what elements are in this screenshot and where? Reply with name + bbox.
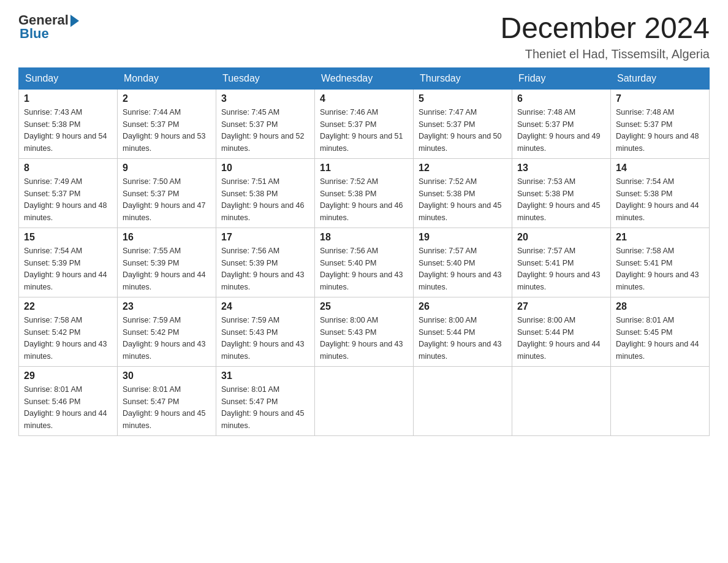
calendar-cell: 5 Sunrise: 7:47 AMSunset: 5:37 PMDayligh…	[414, 89, 512, 158]
day-info: Sunrise: 7:58 AMSunset: 5:42 PMDaylight:…	[24, 316, 107, 361]
day-number: 3	[221, 93, 309, 104]
day-number: 31	[221, 370, 309, 381]
calendar-cell: 29 Sunrise: 8:01 AMSunset: 5:46 PMDaylig…	[19, 366, 118, 435]
calendar-cell: 2 Sunrise: 7:44 AMSunset: 5:37 PMDayligh…	[118, 89, 216, 158]
calendar-table: SundayMondayTuesdayWednesdayThursdayFrid…	[18, 67, 710, 436]
day-number: 16	[123, 232, 211, 243]
day-info: Sunrise: 7:45 AMSunset: 5:37 PMDaylight:…	[221, 108, 305, 153]
day-number: 13	[517, 163, 605, 174]
day-info: Sunrise: 7:58 AMSunset: 5:41 PMDaylight:…	[616, 247, 699, 291]
calendar-cell: 26 Sunrise: 8:00 AMSunset: 5:44 PMDaylig…	[414, 297, 512, 366]
calendar-cell: 27 Sunrise: 8:00 AMSunset: 5:44 PMDaylig…	[512, 297, 611, 366]
day-info: Sunrise: 8:00 AMSunset: 5:44 PMDaylight:…	[517, 316, 601, 361]
calendar-week-row: 1 Sunrise: 7:43 AMSunset: 5:38 PMDayligh…	[19, 89, 710, 158]
day-info: Sunrise: 7:49 AMSunset: 5:37 PMDaylight:…	[24, 177, 107, 222]
calendar-cell: 31 Sunrise: 8:01 AMSunset: 5:47 PMDaylig…	[216, 366, 315, 435]
calendar-cell	[315, 366, 414, 435]
calendar-cell	[512, 366, 611, 435]
day-info: Sunrise: 7:48 AMSunset: 5:37 PMDaylight:…	[517, 108, 601, 153]
day-info: Sunrise: 7:52 AMSunset: 5:38 PMDaylight:…	[320, 177, 403, 222]
day-number: 9	[123, 163, 211, 174]
day-number: 7	[616, 93, 704, 104]
day-number: 5	[419, 93, 507, 104]
calendar-cell: 15 Sunrise: 7:54 AMSunset: 5:39 PMDaylig…	[19, 228, 118, 297]
calendar-cell: 7 Sunrise: 7:48 AMSunset: 5:37 PMDayligh…	[611, 89, 710, 158]
day-info: Sunrise: 7:56 AMSunset: 5:40 PMDaylight:…	[320, 247, 403, 291]
day-info: Sunrise: 7:54 AMSunset: 5:39 PMDaylight:…	[24, 247, 107, 291]
calendar-cell: 21 Sunrise: 7:58 AMSunset: 5:41 PMDaylig…	[611, 228, 710, 297]
weekday-header-sunday: Sunday	[19, 67, 118, 89]
calendar-cell: 14 Sunrise: 7:54 AMSunset: 5:38 PMDaylig…	[611, 158, 710, 228]
calendar-cell: 24 Sunrise: 7:59 AMSunset: 5:43 PMDaylig…	[216, 297, 315, 366]
day-number: 19	[419, 232, 507, 243]
day-number: 21	[616, 232, 704, 243]
day-info: Sunrise: 7:54 AMSunset: 5:38 PMDaylight:…	[616, 177, 699, 222]
day-number: 27	[517, 301, 605, 312]
calendar-cell: 16 Sunrise: 7:55 AMSunset: 5:39 PMDaylig…	[118, 228, 216, 297]
calendar-cell: 9 Sunrise: 7:50 AMSunset: 5:37 PMDayligh…	[118, 158, 216, 228]
day-number: 20	[517, 232, 605, 243]
day-number: 8	[24, 163, 112, 174]
weekday-header-wednesday: Wednesday	[315, 67, 414, 89]
day-number: 2	[123, 93, 211, 104]
calendar-cell: 19 Sunrise: 7:57 AMSunset: 5:40 PMDaylig…	[414, 228, 512, 297]
day-number: 4	[320, 93, 408, 104]
weekday-header-saturday: Saturday	[611, 67, 710, 89]
day-number: 14	[616, 163, 704, 174]
day-info: Sunrise: 8:01 AMSunset: 5:46 PMDaylight:…	[24, 385, 107, 430]
day-number: 26	[419, 301, 507, 312]
weekday-header-tuesday: Tuesday	[216, 67, 315, 89]
day-info: Sunrise: 7:46 AMSunset: 5:37 PMDaylight:…	[320, 108, 403, 153]
page-header: General Blue December 2024 Theniet el Ha…	[18, 12, 710, 61]
day-number: 17	[221, 232, 309, 243]
calendar-cell: 4 Sunrise: 7:46 AMSunset: 5:37 PMDayligh…	[315, 89, 414, 158]
title-block: December 2024 Theniet el Had, Tissemsilt…	[500, 12, 710, 61]
calendar-cell: 3 Sunrise: 7:45 AMSunset: 5:37 PMDayligh…	[216, 89, 315, 158]
calendar-cell: 13 Sunrise: 7:53 AMSunset: 5:38 PMDaylig…	[512, 158, 611, 228]
calendar-cell	[414, 366, 512, 435]
day-number: 22	[24, 301, 112, 312]
day-info: Sunrise: 7:55 AMSunset: 5:39 PMDaylight:…	[123, 247, 206, 291]
logo: General Blue	[18, 12, 79, 42]
day-info: Sunrise: 7:47 AMSunset: 5:37 PMDaylight:…	[419, 108, 502, 153]
calendar-week-row: 22 Sunrise: 7:58 AMSunset: 5:42 PMDaylig…	[19, 297, 710, 366]
day-number: 1	[24, 93, 112, 104]
calendar-cell: 11 Sunrise: 7:52 AMSunset: 5:38 PMDaylig…	[315, 158, 414, 228]
day-info: Sunrise: 7:57 AMSunset: 5:40 PMDaylight:…	[419, 247, 502, 291]
day-number: 30	[123, 370, 211, 381]
day-info: Sunrise: 8:01 AMSunset: 5:45 PMDaylight:…	[616, 316, 699, 361]
calendar-week-row: 8 Sunrise: 7:49 AMSunset: 5:37 PMDayligh…	[19, 158, 710, 228]
day-number: 6	[517, 93, 605, 104]
calendar-cell: 8 Sunrise: 7:49 AMSunset: 5:37 PMDayligh…	[19, 158, 118, 228]
day-number: 23	[123, 301, 211, 312]
calendar-cell: 28 Sunrise: 8:01 AMSunset: 5:45 PMDaylig…	[611, 297, 710, 366]
day-info: Sunrise: 8:00 AMSunset: 5:43 PMDaylight:…	[320, 316, 403, 361]
day-number: 12	[419, 163, 507, 174]
calendar-cell: 22 Sunrise: 7:58 AMSunset: 5:42 PMDaylig…	[19, 297, 118, 366]
day-number: 11	[320, 163, 408, 174]
day-info: Sunrise: 7:53 AMSunset: 5:38 PMDaylight:…	[517, 177, 601, 222]
day-info: Sunrise: 7:57 AMSunset: 5:41 PMDaylight:…	[517, 247, 601, 291]
day-info: Sunrise: 8:00 AMSunset: 5:44 PMDaylight:…	[419, 316, 502, 361]
weekday-header-friday: Friday	[512, 67, 611, 89]
calendar-cell: 25 Sunrise: 8:00 AMSunset: 5:43 PMDaylig…	[315, 297, 414, 366]
calendar-cell: 18 Sunrise: 7:56 AMSunset: 5:40 PMDaylig…	[315, 228, 414, 297]
day-number: 29	[24, 370, 112, 381]
day-number: 28	[616, 301, 704, 312]
day-info: Sunrise: 7:51 AMSunset: 5:38 PMDaylight:…	[221, 177, 305, 222]
weekday-header-row: SundayMondayTuesdayWednesdayThursdayFrid…	[19, 67, 710, 89]
calendar-cell: 6 Sunrise: 7:48 AMSunset: 5:37 PMDayligh…	[512, 89, 611, 158]
day-info: Sunrise: 8:01 AMSunset: 5:47 PMDaylight:…	[221, 385, 305, 430]
day-info: Sunrise: 7:44 AMSunset: 5:37 PMDaylight:…	[123, 108, 206, 153]
day-number: 15	[24, 232, 112, 243]
day-info: Sunrise: 8:01 AMSunset: 5:47 PMDaylight:…	[123, 385, 206, 430]
calendar-week-row: 15 Sunrise: 7:54 AMSunset: 5:39 PMDaylig…	[19, 228, 710, 297]
calendar-cell: 17 Sunrise: 7:56 AMSunset: 5:39 PMDaylig…	[216, 228, 315, 297]
day-info: Sunrise: 7:59 AMSunset: 5:42 PMDaylight:…	[123, 316, 206, 361]
day-info: Sunrise: 7:56 AMSunset: 5:39 PMDaylight:…	[221, 247, 305, 291]
calendar-cell	[611, 366, 710, 435]
calendar-week-row: 29 Sunrise: 8:01 AMSunset: 5:46 PMDaylig…	[19, 366, 710, 435]
day-number: 25	[320, 301, 408, 312]
calendar-cell: 1 Sunrise: 7:43 AMSunset: 5:38 PMDayligh…	[19, 89, 118, 158]
day-info: Sunrise: 7:59 AMSunset: 5:43 PMDaylight:…	[221, 316, 305, 361]
